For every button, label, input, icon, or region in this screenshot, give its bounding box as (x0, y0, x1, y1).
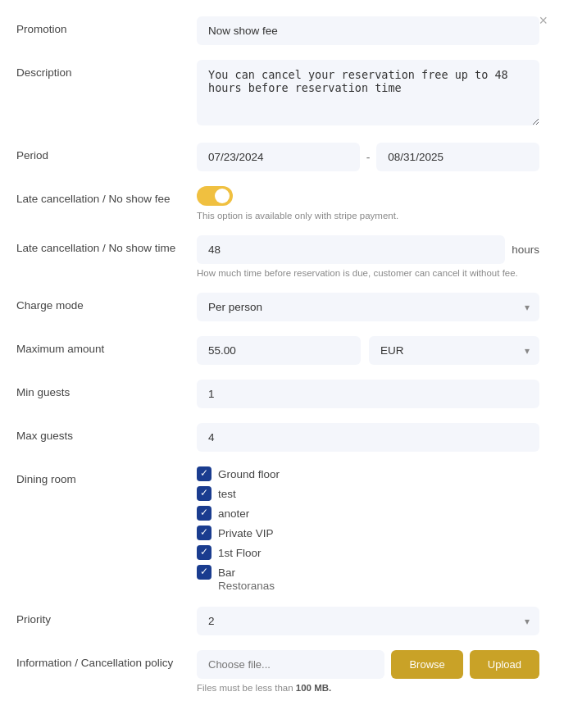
dining-room-checkbox[interactable] (197, 565, 212, 580)
file-hint-text: Files must be less than (197, 683, 296, 693)
period-end-input[interactable] (376, 143, 539, 171)
cancellation-policy-row: Information / Cancellation policy Browse… (16, 650, 539, 693)
cancellation-policy-label: Information / Cancellation policy (16, 650, 197, 669)
dining-room-checkbox-item[interactable]: anoter (197, 506, 539, 521)
dining-room-checkbox-item[interactable]: Bar (197, 565, 539, 580)
period-row: Period - (16, 143, 539, 171)
late-cancellation-time-label: Late cancellation / No show time (16, 235, 197, 254)
hours-hint: How much time before reservation is due,… (197, 268, 539, 278)
promotion-label: Promotion (16, 16, 197, 35)
description-label: Description (16, 60, 197, 79)
hours-label: hours (512, 243, 539, 256)
description-textarea[interactable] (197, 60, 539, 125)
dining-room-checkbox[interactable] (197, 526, 212, 540)
dining-room-checkbox-item[interactable]: Ground floor (197, 466, 539, 481)
late-cancellation-toggle[interactable] (197, 186, 233, 206)
currency-select[interactable]: EUR USD GBP (369, 336, 539, 365)
dining-room-checkbox-item[interactable]: Private VIP (197, 526, 539, 540)
close-button[interactable]: × (539, 13, 548, 28)
max-guests-control (197, 423, 539, 452)
dining-room-checkbox[interactable] (197, 466, 212, 481)
period-start-input[interactable] (197, 143, 360, 171)
dining-room-checkbox-label: 1st Floor (218, 547, 262, 559)
dining-room-checkbox-label: Private VIP (218, 527, 274, 539)
cancellation-policy-control: Browse Upload Files must be less than 10… (197, 650, 539, 693)
maximum-amount-control: EUR USD GBP ▾ (197, 336, 539, 365)
dining-room-checkbox-label: Bar (218, 566, 235, 579)
dining-room-checkbox-label: anoter (218, 507, 249, 520)
browse-button[interactable]: Browse (391, 650, 462, 679)
description-control (197, 60, 539, 128)
charge-mode-row: Charge mode Per person Per reservation P… (16, 293, 539, 321)
charge-mode-control: Per person Per reservation Per table ▾ (197, 293, 539, 321)
min-guests-row: Min guests (16, 380, 539, 408)
period-label: Period (16, 143, 197, 162)
toggle-slider (197, 186, 233, 206)
maximum-amount-row: Maximum amount EUR USD GBP ▾ (16, 336, 539, 365)
file-hint: Files must be less than 100 MB. (197, 683, 539, 693)
form-container: Promotion Description Period - Late canc… (0, 0, 564, 728)
max-guests-input[interactable] (197, 423, 539, 452)
promotion-row: Promotion (16, 16, 539, 45)
priority-select[interactable]: 1 2 3 4 5 (197, 607, 539, 635)
charge-mode-select[interactable]: Per person Per reservation Per table (197, 293, 539, 321)
dining-room-checkboxes: Ground floortestanoterPrivate VIP1st Flo… (197, 466, 539, 580)
min-guests-control (197, 380, 539, 408)
dining-room-row: Dining room Ground floortestanoterPrivat… (16, 466, 539, 592)
late-cancellation-time-control: hours How much time before reservation i… (197, 235, 539, 278)
file-choose-input[interactable] (197, 650, 384, 679)
period-dash: - (366, 151, 371, 164)
dining-room-checkbox-label: test (218, 488, 236, 500)
dining-room-checkbox-label: Ground floor (218, 468, 280, 480)
upload-button[interactable]: Upload (470, 650, 539, 679)
dining-room-plain-label: Restoranas (197, 580, 539, 592)
description-row: Description (16, 60, 539, 128)
dining-room-control: Ground floortestanoterPrivate VIP1st Flo… (197, 466, 539, 592)
hours-input[interactable] (197, 235, 505, 264)
late-cancellation-label: Late cancellation / No show fee (16, 186, 197, 205)
min-guests-input[interactable] (197, 380, 539, 408)
priority-label: Priority (16, 607, 197, 626)
max-guests-row: Max guests (16, 423, 539, 452)
priority-control: 1 2 3 4 5 ▾ (197, 607, 539, 635)
late-cancellation-time-row: Late cancellation / No show time hours H… (16, 235, 539, 278)
min-guests-label: Min guests (16, 380, 197, 398)
dining-room-checkbox[interactable] (197, 486, 212, 501)
toggle-hint: This option is available only with strip… (197, 211, 539, 221)
max-guests-label: Max guests (16, 423, 197, 442)
maximum-amount-label: Maximum amount (16, 336, 197, 355)
charge-mode-label: Charge mode (16, 293, 197, 312)
dining-room-checkbox-item[interactable]: test (197, 486, 539, 501)
late-cancellation-row: Late cancellation / No show fee This opt… (16, 186, 539, 221)
dining-room-label: Dining room (16, 466, 197, 485)
file-hint-size: 100 MB. (296, 683, 331, 693)
late-cancellation-control: This option is available only with strip… (197, 186, 539, 221)
promotion-control (197, 16, 539, 45)
dining-room-checkbox[interactable] (197, 545, 212, 560)
priority-row: Priority 1 2 3 4 5 ▾ (16, 607, 539, 635)
promotion-input[interactable] (197, 16, 539, 45)
period-control: - (197, 143, 539, 171)
dining-room-checkbox[interactable] (197, 506, 212, 521)
amount-input[interactable] (197, 336, 361, 365)
dining-room-checkbox-item[interactable]: 1st Floor (197, 545, 539, 560)
